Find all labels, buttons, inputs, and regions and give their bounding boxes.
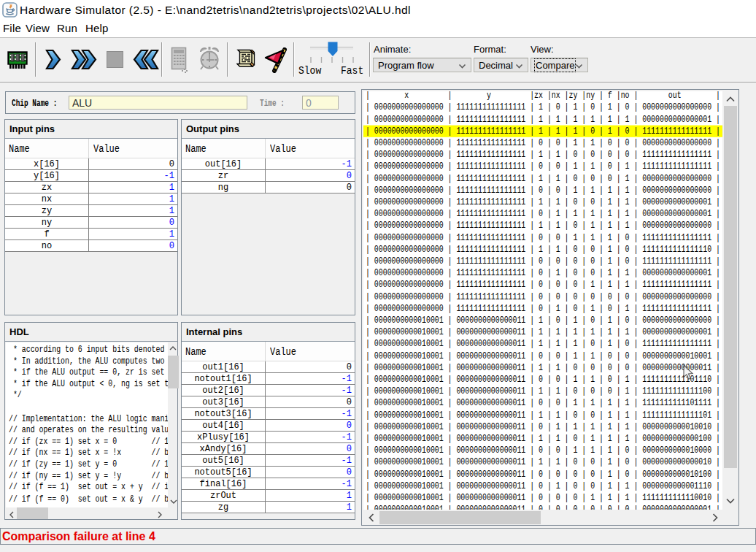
view-select[interactable]: Compare [531,58,588,72]
compare-row[interactable]: | 0000000000000000 | 1111111111111111 | … [366,303,722,315]
menu-file[interactable]: File [3,22,21,34]
pin-row[interactable]: nx1 [5,193,177,205]
hdl-horizontal-scrollbar[interactable] [6,507,166,519]
compare-row[interactable]: | 0000000000010001 | 0000000000000011 | … [366,350,722,361]
pin-value: 0 [266,467,355,478]
compare-row[interactable]: | 0000000000000000 | 1111111111111111 | … [366,113,722,125]
pin-row[interactable]: out[16]-1 [182,158,355,170]
scroll-left-icon[interactable] [9,511,14,518]
compare-row[interactable]: | 0000000000000000 | 1111111111111111 | … [366,267,722,279]
compare-row[interactable]: | 0000000000010001 | 0000000000000011 | … [366,445,722,456]
speed-slider-thumb[interactable] [328,42,338,57]
compare-row[interactable]: | 0000000000010001 | 0000000000000011 | … [366,504,722,510]
reset-button[interactable] [133,49,159,70]
pin-row[interactable]: out2[16]-1 [182,385,355,396]
compare-row[interactable]: | 0000000000010001 | 0000000000000011 | … [366,409,722,421]
compare-row[interactable]: | 0000000000000000 | 1111111111111111 | … [366,279,722,291]
pin-name: xAndy[16] [182,444,265,454]
view-output-button[interactable] [264,47,288,73]
pin-value: -1 [266,479,355,489]
scroll-left-icon[interactable] [369,513,374,522]
compare-row[interactable]: | 0000000000010001 | 0000000000000011 | … [366,456,722,468]
compare-row[interactable]: | 0000000000000000 | 1111111111111111 | … [366,196,722,208]
pin-row[interactable]: y[16]-1 [5,170,177,182]
pin-row[interactable]: zrOut1 [182,490,355,502]
pin-row[interactable]: notout3[16]-1 [182,408,355,420]
pin-row[interactable]: x[16]0 [5,158,177,170]
compare-vscroll-thumb[interactable] [724,106,737,468]
pin-row[interactable]: ny0 [5,217,177,229]
stop-button[interactable] [107,51,123,68]
hdl-vertical-scrollbar[interactable] [168,342,177,507]
hdl-hscroll-thumb[interactable] [17,507,48,519]
compare-row[interactable]: | 0000000000010001 | 0000000000000011 | … [366,397,722,409]
compare-horizontal-scrollbar[interactable] [363,510,722,525]
compare-row[interactable]: | 0000000000000000 | 1111111111111111 | … [366,244,722,256]
compare-row[interactable]: | 0000000000000000 | 1111111111111111 | … [366,231,722,243]
compare-row[interactable]: | 0000000000000000 | 1111111111111111 | … [366,208,722,220]
animate-select[interactable]: Program flow [373,58,471,72]
pin-name: out3[16] [182,397,265,407]
pin-row[interactable]: zg1 [182,502,355,513]
scroll-right-icon[interactable] [158,511,162,518]
single-step-button[interactable] [45,49,61,70]
scroll-up-icon[interactable] [726,96,735,102]
compare-row[interactable]: | 0000000000000000 | 1111111111111111 | … [363,126,722,137]
menu-run[interactable]: Run [57,22,77,34]
compare-row[interactable]: | 0000000000000000 | 1111111111111111 | … [366,256,722,267]
pin-row[interactable]: zx1 [5,182,177,193]
pin-row[interactable]: zy1 [5,205,177,217]
compare-table[interactable]: | x | y |zx |nx |zy |ny | f |no | out ||… [363,91,722,510]
pin-row[interactable]: f1 [5,229,177,240]
hdl-editor[interactable]: * according to 6 input bits denoted * In… [6,342,168,507]
compare-row[interactable]: | 0000000000010001 | 0000000000000011 | … [366,433,722,445]
compare-row[interactable]: | 0000000000010001 | 0000000000000011 | … [366,374,722,386]
compare-row[interactable]: | 0000000000000000 | 1111111111111111 | … [366,220,722,231]
pin-row[interactable]: notout5[16]0 [182,467,355,478]
pin-row[interactable]: notout1[16]-1 [182,373,355,385]
compare-row[interactable]: | 0000000000010001 | 0000000000000011 | … [366,421,722,433]
slider-slow-label: Slow [298,64,321,77]
scroll-down-icon[interactable] [726,498,735,504]
compare-row[interactable]: | 0000000000010001 | 0000000000000011 | … [366,492,722,504]
compare-row[interactable]: | 0000000000000000 | 1111111111111111 | … [366,149,722,161]
compare-row[interactable]: | 0000000000000000 | 1111111111111111 | … [366,172,722,184]
run-button[interactable] [71,49,97,70]
pin-row[interactable]: out1[16]0 [182,361,355,373]
compare-vertical-scrollbar[interactable] [722,91,738,510]
compare-row[interactable]: | 0000000000010001 | 0000000000000011 | … [366,315,722,326]
scroll-right-icon[interactable] [712,513,718,522]
menu-help[interactable]: Help [85,22,109,34]
compare-row[interactable]: | 0000000000000000 | 1111111111111111 | … [366,137,722,149]
hdl-vscroll-thumb[interactable] [168,356,179,388]
compare-row[interactable]: | 0000000000010001 | 0000000000000011 | … [366,362,722,374]
load-chip-button[interactable] [7,51,28,69]
pin-row[interactable]: final[16]-1 [182,478,355,490]
pin-row[interactable]: out5[16]-1 [182,455,355,467]
menu-view[interactable]: View [26,22,50,34]
pin-row[interactable]: no0 [5,240,177,252]
compare-row[interactable]: | 0000000000010001 | 0000000000000011 | … [366,338,722,350]
pin-row[interactable]: xPlusy[16]-1 [182,432,355,443]
pin-row[interactable]: zr0 [182,170,355,182]
pin-table-header: NameValue [182,342,355,361]
compare-row[interactable]: | 0000000000000000 | 1111111111111111 | … [366,161,722,172]
chip-name-field[interactable]: ALU [69,96,247,110]
compare-hscroll-thumb[interactable] [379,511,541,524]
compare-row[interactable]: | 0000000000010001 | 0000000000000011 | … [366,386,722,397]
compare-row[interactable]: | 0000000000000000 | 1111111111111111 | … [366,185,722,196]
scroll-down-icon[interactable] [170,499,177,504]
pin-row[interactable]: ng0 [182,182,355,193]
compare-row[interactable]: | 0000000000010001 | 0000000000000011 | … [366,326,722,338]
compare-row[interactable]: | 0000000000000000 | 1111111111111111 | … [366,291,722,302]
pin-row[interactable]: xAndy[16]0 [182,443,355,455]
calculator-icon-disabled [169,47,189,73]
scroll-up-icon[interactable] [169,346,177,350]
pin-row[interactable]: out3[16]0 [182,396,355,408]
compare-row[interactable]: | 0000000000010001 | 0000000000000011 | … [366,468,722,480]
view-hdl-button[interactable] [236,47,255,69]
compare-row[interactable]: | 0000000000010001 | 0000000000000011 | … [366,480,722,492]
pin-row[interactable]: out4[16]0 [182,420,355,432]
format-select[interactable]: Decimal [474,58,528,72]
compare-row[interactable]: | 0000000000000000 | 1111111111111111 | … [366,101,722,113]
